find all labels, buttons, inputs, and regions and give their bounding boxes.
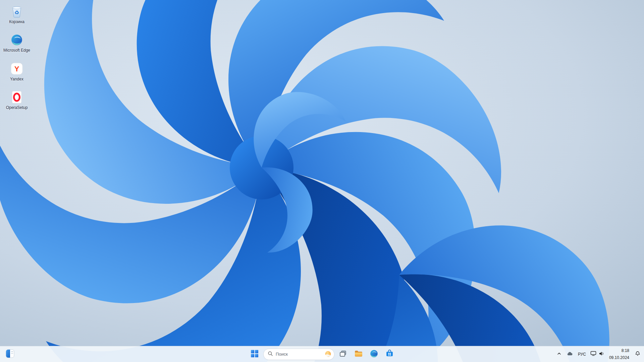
onedrive-tray-button[interactable]: [565, 348, 575, 361]
clock[interactable]: 8:18 09.10.2024: [606, 348, 632, 361]
desktop-icon-label: OperaSetup: [6, 105, 28, 110]
start-button[interactable]: [248, 348, 261, 361]
task-view-button[interactable]: [336, 348, 350, 361]
microsoft-store-icon: [385, 349, 394, 359]
chevron-up-icon: [556, 351, 562, 358]
desktop-icon-yandex[interactable]: Y Yandex: [2, 60, 32, 83]
desktop-icon-opera-setup[interactable]: OperaSetup: [2, 88, 32, 112]
edge-icon: [370, 349, 378, 359]
svg-text:♻: ♻: [14, 10, 19, 15]
network-icon: [590, 351, 596, 357]
language-indicator[interactable]: РУС: [576, 348, 588, 361]
microsoft-store-button[interactable]: [383, 348, 396, 361]
desktop-icon-label: Yandex: [10, 77, 23, 81]
edge-icon: [10, 33, 24, 47]
opera-setup-icon: [10, 90, 24, 104]
desktop-icon-label: Корзина: [9, 19, 24, 24]
taskbar: РУС 8:18 09.10.2024: [0, 346, 644, 362]
cloud-icon: [567, 351, 573, 357]
desktop-icon-microsoft-edge[interactable]: Microsoft Edge: [2, 31, 32, 54]
desktop-icon-recycle-bin[interactable]: ♻ Корзина: [2, 3, 32, 26]
volume-icon: [598, 351, 604, 358]
desktop-icon-column: ♻ Корзина Microsoft Edge: [2, 3, 32, 112]
yandex-icon: Y: [10, 62, 24, 76]
desktop-icon-label: Microsoft Edge: [3, 48, 30, 53]
clock-date: 09.10.2024: [609, 355, 629, 360]
search-icon: [268, 351, 273, 358]
windows-logo-icon: [251, 350, 258, 359]
file-explorer-icon: [354, 349, 363, 359]
recycle-bin-icon: ♻: [10, 4, 24, 18]
search-input[interactable]: [276, 352, 321, 357]
system-tray: РУС 8:18 09.10.2024: [554, 346, 643, 362]
clock-time: 8:18: [622, 348, 629, 353]
widgets-icon: [6, 349, 14, 359]
tray-overflow-button[interactable]: [554, 348, 564, 361]
edge-taskbar-button[interactable]: [367, 348, 381, 361]
file-explorer-button[interactable]: [352, 348, 365, 361]
taskbar-center: [248, 346, 396, 362]
widgets-button[interactable]: [3, 348, 17, 361]
taskbar-search[interactable]: [263, 349, 334, 360]
svg-text:Y: Y: [14, 65, 19, 73]
task-view-icon: [339, 350, 347, 359]
quick-settings-button[interactable]: [589, 348, 606, 361]
notification-bell-button[interactable]: [633, 348, 643, 361]
wallpaper-bloom: [0, 0, 644, 362]
bell-icon: [635, 351, 640, 358]
search-weather-icon[interactable]: [324, 350, 332, 359]
